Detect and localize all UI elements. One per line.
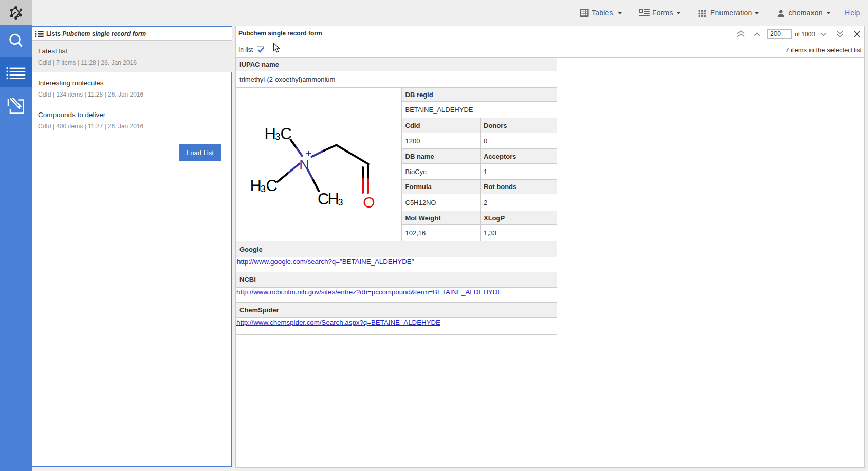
svg-text:3: 3 (261, 183, 266, 194)
svg-text:C: C (266, 177, 278, 195)
svg-text:3: 3 (275, 131, 281, 142)
svg-text:N: N (299, 157, 309, 173)
svg-text:H: H (265, 124, 276, 142)
svg-text:C: C (281, 124, 292, 142)
svg-text:O: O (363, 194, 375, 211)
svg-text:H: H (250, 177, 262, 195)
svg-text:3: 3 (338, 197, 343, 207)
